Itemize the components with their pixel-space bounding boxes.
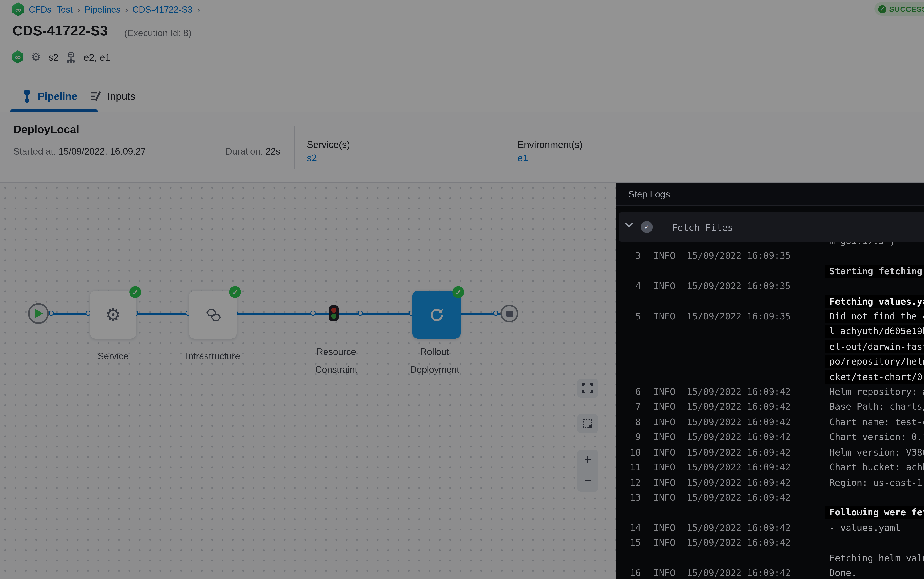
red-light	[331, 307, 336, 313]
stage-info-bar: DeployLocal Started at: 15/09/2022, 16:0…	[0, 113, 924, 183]
breadcrumb: ∞ CFDs_Test›Pipelines›CDS-41722-S3›	[12, 2, 200, 16]
breadcrumb-link[interactable]: CDS-41722-S3	[132, 4, 193, 15]
started-at: Started at: 15/09/2022, 16:09:27	[13, 146, 146, 157]
success-badge-icon: ✓	[452, 286, 464, 298]
port	[358, 311, 362, 316]
active-tab-underline	[10, 110, 98, 112]
log-section-fetch-files[interactable]: ✓ Fetch Files ↑ ↓ 9s	[619, 212, 924, 242]
node-label: Resource Constraint	[299, 343, 373, 379]
check-circle-icon: ✓	[878, 5, 886, 13]
environment-icon	[66, 51, 76, 62]
status-badge: ✓ SUCCESS	[875, 2, 924, 16]
harness-badge-icon: ∞	[12, 50, 24, 64]
log-line: 7INFO15/09/2022 16:09:42Base Path: chart…	[616, 400, 924, 415]
log-line: 15INFO15/09/2022 16:09:42	[616, 536, 924, 551]
success-badge-icon: ✓	[129, 286, 141, 298]
tab-inputs[interactable]: Inputs	[90, 80, 135, 113]
breadcrumb-separator: ›	[197, 4, 200, 15]
breadcrumb-separator: ›	[77, 4, 80, 15]
node-infrastructure[interactable]	[189, 291, 237, 339]
zoom-in-button[interactable]: +	[584, 453, 591, 468]
services-label: Service(s)	[307, 139, 350, 150]
top-bar: ∞ CFDs_Test›Pipelines›CDS-41722-S3› CDS-…	[0, 0, 924, 80]
green-light	[331, 314, 336, 319]
services-value[interactable]: s2	[307, 152, 317, 164]
port	[310, 311, 315, 316]
log-line: 13INFO15/09/2022 16:09:42	[616, 490, 924, 505]
gear-icon: ⚙	[31, 50, 41, 64]
log-line: 4INFO15/09/2022 16:09:35	[616, 279, 924, 294]
tab-pipeline[interactable]: Pipeline	[22, 80, 77, 113]
success-badge-icon: ✓	[229, 286, 241, 298]
execution-id-label: (Execution Id: 8)	[124, 28, 191, 38]
log-panel-title: Step Logs	[629, 189, 670, 200]
node-service[interactable]: ⚙	[90, 291, 136, 339]
port	[85, 311, 91, 316]
breadcrumb-link[interactable]: CFDs_Test	[29, 4, 73, 15]
inputs-icon	[90, 91, 101, 101]
log-line: 12INFO15/09/2022 16:09:42Region: us-east…	[616, 475, 924, 490]
environments-value[interactable]: e1	[518, 152, 528, 164]
log-line: 14INFO15/09/2022 16:09:42- values.yaml	[616, 520, 924, 536]
log-lines: m go1.17.5"}3INFO15/09/2022 16:09:35Star…	[616, 234, 924, 579]
rollout-icon	[428, 306, 446, 324]
log-line: 5INFO15/09/2022 16:09:35Did not find the…	[616, 309, 924, 384]
stop-icon	[506, 310, 513, 317]
end-node[interactable]	[500, 305, 518, 322]
node-label: Service	[90, 348, 136, 365]
gear-icon: ⚙	[105, 304, 121, 325]
start-node[interactable]	[28, 303, 49, 324]
node-label: Infrastructure	[177, 348, 248, 365]
log-line: 16INFO15/09/2022 16:09:42Done.	[616, 566, 924, 579]
log-line: Fetching values.yaml from helm chart rep…	[616, 294, 924, 309]
fit-to-screen-button[interactable]	[577, 379, 598, 398]
stage-name[interactable]: DeployLocal	[13, 123, 79, 135]
chevron-down-icon[interactable]	[625, 222, 633, 228]
app-window: ∞ CFDs_Test›Pipelines›CDS-41722-S3› CDS-…	[0, 0, 924, 579]
node-resource-constraint[interactable]	[329, 306, 338, 321]
environments-label: Environment(s)	[518, 139, 583, 150]
port	[493, 311, 498, 316]
play-icon	[34, 309, 42, 318]
breadcrumb-separator: ›	[125, 4, 128, 15]
infrastructure-icon	[203, 306, 222, 323]
log-panel-header: Step Logs Console View	[616, 183, 924, 206]
pipeline-icon	[22, 90, 32, 102]
selection-tool-button[interactable]	[577, 414, 598, 433]
breadcrumb-link[interactable]: Pipelines	[85, 4, 121, 15]
service-tag: s2	[48, 51, 59, 62]
node-label: Rollout Deployment	[398, 343, 472, 379]
zoom-out-button[interactable]: −	[584, 474, 591, 489]
log-line: Starting fetching Helm values	[616, 264, 924, 279]
log-line: 10INFO15/09/2022 16:09:42Helm version: V…	[616, 445, 924, 460]
zoom-controls: + −	[577, 450, 598, 492]
log-line: 8INFO15/09/2022 16:09:42Chart name: test…	[616, 415, 924, 430]
step-logs-panel: Step Logs Console View ✓ Fetch Files ↑ ↓…	[616, 183, 924, 579]
entity-tags-row: ∞ ⚙ s2 e2, e1	[12, 50, 110, 64]
log-line: 3INFO15/09/2022 16:09:35	[616, 249, 924, 264]
tab-bar: Pipeline Inputs Console View	[0, 80, 924, 113]
page-title: CDS-41722-S3	[13, 23, 108, 39]
divider	[294, 126, 295, 168]
log-line: Following were fetched successfully :	[616, 505, 924, 520]
harness-logo-icon: ∞	[12, 2, 24, 16]
environment-tag: e2, e1	[84, 51, 111, 62]
log-line: 11INFO15/09/2022 16:09:42Chart bucket: a…	[616, 460, 924, 475]
step-success-icon: ✓	[641, 221, 653, 233]
node-rollout-deployment[interactable]	[413, 291, 460, 339]
port	[48, 311, 54, 316]
log-line: 6INFO15/09/2022 16:09:42Helm repository:…	[616, 384, 924, 400]
log-line: Fetching helm values completed successfu…	[616, 551, 924, 566]
duration: Duration: 22s	[225, 146, 281, 157]
log-line: 9INFO15/09/2022 16:09:42Chart version: 0…	[616, 430, 924, 445]
log-section-title: Fetch Files	[672, 222, 733, 233]
